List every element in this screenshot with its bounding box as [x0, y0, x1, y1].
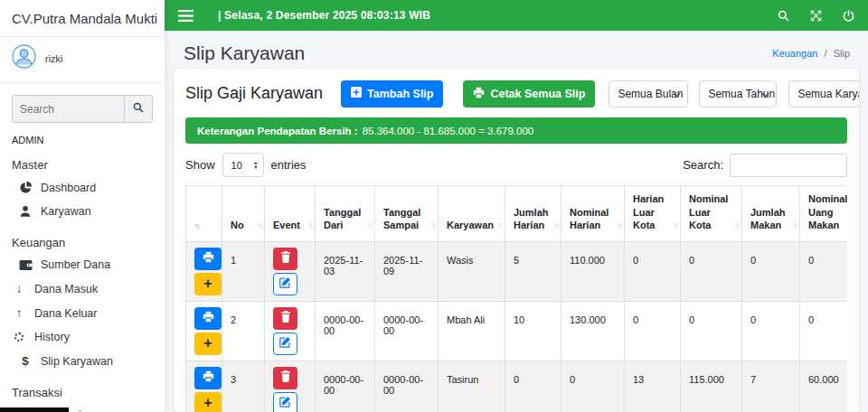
power-icon[interactable]	[843, 10, 854, 22]
cell-jumlah-harian: 0	[505, 360, 561, 412]
page-length-select[interactable]: 10 ▲▼	[222, 153, 264, 177]
col-header-no[interactable]: No↑↓	[222, 186, 265, 242]
sort-icon: ↑↓	[553, 220, 558, 231]
sidebar-item-dana-masuk[interactable]: ↓Dana Masuk	[0, 276, 165, 301]
sidebar-item-history[interactable]: History	[0, 325, 165, 349]
search-icon	[133, 102, 144, 116]
sidebar-search-button[interactable]	[124, 96, 152, 122]
print-slip-button[interactable]	[194, 367, 222, 389]
col-header-nominal-uang-makan[interactable]: Nominal Uang Makan↑↓	[800, 186, 848, 242]
edit-slip-button[interactable]	[273, 332, 297, 355]
sidebar-item-label: Karyawan	[41, 205, 91, 218]
table-search: Search:	[683, 154, 847, 177]
col-header-harian-luar-kota[interactable]: Harian Luar Kota↑↓	[625, 186, 681, 242]
month-filter-select[interactable]: Semua Bulan	[609, 80, 688, 108]
user-name[interactable]: rizki	[45, 53, 63, 64]
sidebar-item-label: Dana Masuk	[34, 283, 98, 295]
col-header-nominal-harian[interactable]: Nominal Harian↑↓	[561, 186, 625, 242]
sort-icon: ↑↓	[734, 220, 739, 231]
col-header-label: Jumlah Makan	[750, 207, 786, 231]
sidebar-item-sumber-dana[interactable]: Sumber Dana	[0, 253, 165, 276]
col-header-tanggal-dari[interactable]: Tanggal Dari↑↓	[316, 186, 375, 242]
brand-title[interactable]: CV.Putra Mandala Mukti	[0, 0, 165, 37]
up-down-arrows-icon: ▲▼	[253, 161, 258, 170]
col-header-label: No	[231, 220, 244, 230]
print-all-button[interactable]: Cetak Semua Slip	[463, 80, 595, 108]
sidebar-search-input[interactable]	[13, 96, 124, 122]
col-header-jumlah-makan[interactable]: Jumlah Makan↑↓	[742, 186, 800, 242]
employee-filter-select[interactable]: Semua Karyawan	[788, 80, 859, 108]
nav-section-master: Master	[0, 145, 165, 175]
employee-filter-value: Semua Karyawan	[797, 88, 859, 100]
pencil-square-icon	[279, 276, 291, 291]
sidebar-item-karyawan[interactable]: Karyawan	[0, 200, 165, 223]
col-header-event[interactable]: Event↑↓	[265, 186, 316, 242]
cell-nominal-luar-kota: 0	[681, 241, 742, 301]
slip-card-body: Slip Gaji Karyawan Tambah Slip Cetak Se	[174, 69, 859, 412]
breadcrumb-current: Slip	[834, 48, 850, 59]
sort-icon: ↑↓	[497, 220, 502, 231]
chevron-down-icon	[761, 92, 769, 98]
col-header-jumlah-harian[interactable]: Jumlah Harian↑↓	[505, 186, 561, 242]
chevron-down-icon	[673, 92, 681, 98]
col-header-nominal-luar-kota[interactable]: Nominal Luar Kota↑↓	[681, 186, 742, 242]
edit-slip-button[interactable]	[273, 392, 297, 412]
pie-chart-icon	[18, 181, 33, 194]
add-detail-button[interactable]: +	[194, 273, 222, 295]
col-header-label: Tanggal Dari	[324, 207, 361, 231]
fullscreen-icon[interactable]	[810, 10, 822, 22]
cell-tanggal-sampai: 0000-00-00	[375, 360, 439, 412]
col-header-karyawan[interactable]: Karyawan↑↓	[439, 186, 505, 242]
sidebar: CV.Putra Mandala Mukti rizki ADMIN Maste…	[0, 0, 165, 412]
sort-icon: ↑↓	[194, 221, 199, 230]
trash-icon	[280, 370, 291, 385]
sort-icon: ↑↓	[257, 220, 261, 231]
wallet-icon	[18, 259, 33, 271]
print-slip-button[interactable]	[194, 307, 222, 330]
topbar-search-icon[interactable]	[778, 10, 789, 22]
delete-slip-button[interactable]	[273, 248, 297, 270]
spinner-icon	[12, 332, 26, 342]
cell-tanggal-dari: 0000-00-00	[316, 360, 375, 412]
entries-label: entries	[271, 158, 307, 172]
net-income-banner: Keterangan Pendapatan Bersih : 85.364.00…	[185, 117, 847, 144]
browser-status-bar	[0, 407, 69, 412]
delete-slip-button[interactable]	[273, 307, 297, 330]
cell-nominal-harian: 130.000	[561, 301, 625, 360]
print-slip-button[interactable]	[194, 248, 222, 270]
sort-icon: ↑↓	[430, 220, 435, 231]
edit-slip-button[interactable]	[273, 273, 297, 295]
col-header-label: Karyawan	[447, 220, 494, 230]
add-slip-button[interactable]: Tambah Slip	[341, 80, 443, 108]
plus-icon: +	[203, 396, 212, 410]
sort-icon: ↑↓	[617, 220, 621, 231]
sidebar-item-slip-karyawan[interactable]: $Slip Karyawan	[0, 349, 165, 373]
cell-karyawan: Wasis	[439, 241, 505, 301]
breadcrumb-link-keuangan[interactable]: Keuangan	[772, 48, 817, 59]
add-slip-label: Tambah Slip	[367, 88, 433, 100]
cell-karyawan: Mbah Ali	[439, 301, 505, 360]
nav-section-keuangan: Keuangan	[0, 223, 165, 253]
col-header-label: Nominal Uang Makan	[808, 193, 847, 230]
table-row: +12025-11-032025-11-09Wasis5110.0000000	[186, 241, 848, 301]
col-header-actions[interactable]: ↑↓	[186, 186, 222, 242]
hamburger-menu-icon[interactable]	[178, 10, 193, 22]
sidebar-item-dana-keluar[interactable]: ↑Dana Keluar	[0, 301, 165, 325]
table-search-input[interactable]	[730, 154, 847, 177]
delete-slip-button[interactable]	[273, 367, 297, 389]
cell-karyawan: Tasirun	[439, 360, 505, 412]
sort-icon: ↑↓	[792, 220, 797, 231]
table-row: +20000-00-000000-00-00Mbah Ali10130.0000…	[186, 301, 848, 360]
cell-no: 2	[222, 301, 265, 360]
add-detail-button[interactable]: +	[194, 392, 222, 412]
year-filter-select[interactable]: Semua Tahun	[699, 80, 777, 108]
add-detail-button[interactable]: +	[194, 332, 222, 355]
arrow-up-icon: ↑	[12, 306, 26, 320]
col-header-tanggal-sampai[interactable]: Tanggal Sampai↑↓	[375, 186, 439, 242]
printer-icon	[203, 311, 214, 325]
plus-square-icon	[351, 87, 362, 100]
page-title: Slip Karyawan	[184, 42, 305, 64]
banner-value: 85.364.000 - 81.685.000 = 3.679.000	[363, 126, 534, 136]
sidebar-item-dashboard[interactable]: Dashboard	[0, 175, 165, 200]
col-header-label: Event	[273, 220, 300, 230]
